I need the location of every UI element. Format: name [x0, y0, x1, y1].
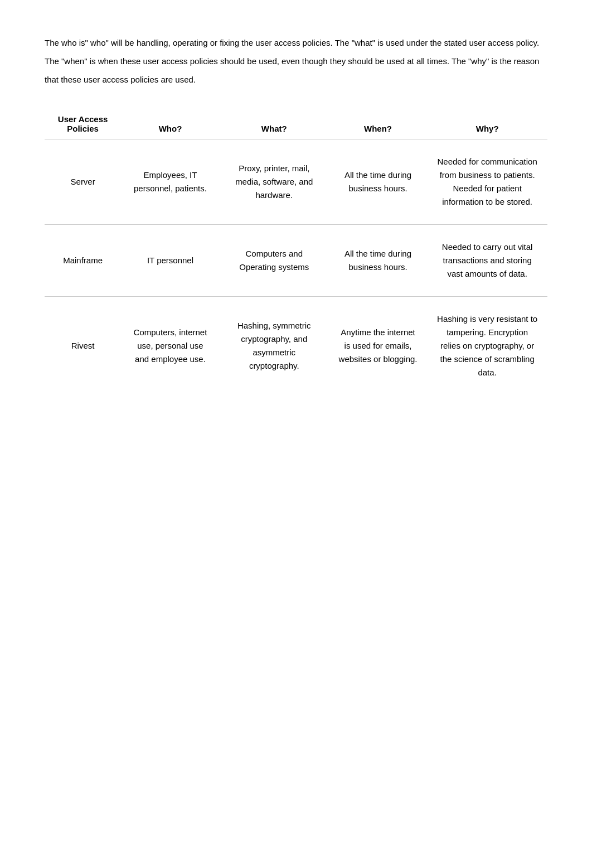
- header-who: Who?: [121, 109, 219, 139]
- cell-policy-2: Rivest: [45, 297, 121, 396]
- cell-why-1: Needed to carry out vital transactions a…: [427, 225, 547, 297]
- cell-who-2: Computers, internet use, personal use an…: [121, 297, 219, 396]
- cell-what-1: Computers and Operating systems: [220, 225, 329, 297]
- cell-who-1: IT personnel: [121, 225, 219, 297]
- table-row: RivestComputers, internet use, personal …: [45, 297, 547, 396]
- cell-what-2: Hashing, symmetric cryptography, and asy…: [220, 297, 329, 396]
- header-policy: User Access Policies: [45, 109, 121, 139]
- cell-when-1: All the time during business hours.: [329, 225, 427, 297]
- cell-why-0: Needed for communication from business t…: [427, 139, 547, 225]
- cell-when-0: All the time during business hours.: [329, 139, 427, 225]
- cell-when-2: Anytime the internet is used for emails,…: [329, 297, 427, 396]
- cell-policy-0: Server: [45, 139, 121, 225]
- cell-who-0: Employees, IT personnel, patients.: [121, 139, 219, 225]
- table-row: ServerEmployees, IT personnel, patients.…: [45, 139, 547, 225]
- cell-why-2: Hashing is very resistant to tampering. …: [427, 297, 547, 396]
- cell-policy-1: Mainframe: [45, 225, 121, 297]
- header-why: Why?: [427, 109, 547, 139]
- cell-what-0: Proxy, printer, mail, media, software, a…: [220, 139, 329, 225]
- header-what: What?: [220, 109, 329, 139]
- intro-paragraph: The who is" who" will be handling, opera…: [45, 33, 547, 89]
- user-access-table: User Access Policies Who? What? When? Wh…: [45, 109, 547, 395]
- header-when: When?: [329, 109, 427, 139]
- table-row: MainframeIT personnelComputers and Opera…: [45, 225, 547, 297]
